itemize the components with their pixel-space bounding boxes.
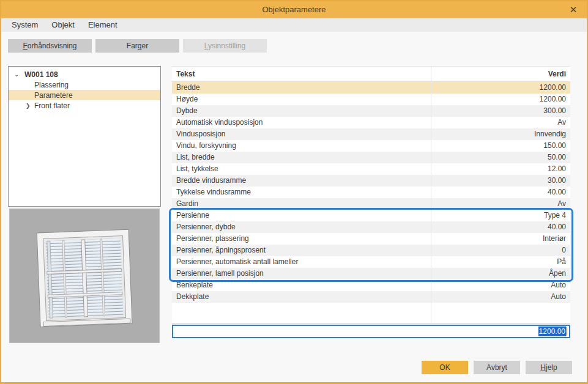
parameter-table: Tekst Verdi Bredde 1200.00 Høyde 1200.00… — [172, 66, 570, 323]
param-label: Bredde vindusramme — [172, 175, 431, 186]
param-label: Dybde — [172, 105, 431, 117]
tree-item-front-flater[interactable]: ❯ Front flater — [9, 100, 160, 111]
header-verdi: Verdi — [431, 67, 570, 82]
param-label: Persienner, plassering — [172, 233, 431, 245]
tab-farger[interactable]: Farger — [95, 39, 179, 53]
param-label: Vindusposisjon — [172, 128, 431, 140]
menu-item-element[interactable]: Element — [81, 18, 124, 32]
menu-item-objekt[interactable]: Objekt — [45, 18, 81, 32]
chevron-right-icon[interactable]: ❯ — [26, 103, 34, 109]
ok-button[interactable]: OK — [422, 361, 468, 374]
table-row-vindusposisjon[interactable]: Vindusposisjon Innvendig — [172, 128, 570, 140]
param-label: Automatisk vindusposisjon — [172, 117, 431, 128]
table-row-persienner-plassering[interactable]: Persienner, plassering Interiør — [172, 233, 570, 245]
tree-panel: ⌄ W001 108 Plassering Parametere ❯ Front… — [8, 66, 161, 207]
param-value: 1200.00 — [431, 82, 570, 94]
param-value: Åpen — [431, 268, 570, 279]
table-row-vindu-forskyvning[interactable]: Vindu, forskyvning 150.00 — [172, 140, 570, 152]
selected-text: 1200.00 — [538, 327, 566, 336]
param-label: Persienner, lamell posisjon — [172, 268, 431, 279]
table-row-dybde[interactable]: Dybde 300.00 — [172, 105, 570, 117]
table-row-benkeplate[interactable]: Benkeplate Auto — [172, 279, 570, 291]
param-value: Auto — [431, 291, 570, 303]
menu-item-system[interactable]: System — [5, 18, 45, 32]
table-empty-rows — [172, 303, 570, 323]
avbryt-button[interactable]: Avbryt — [474, 361, 520, 374]
param-value: 150.00 — [431, 140, 570, 152]
header-tekst: Tekst — [172, 67, 431, 82]
param-label: Benkeplate — [172, 279, 431, 291]
param-label: Bredde — [172, 82, 431, 94]
param-label: Persienne — [172, 210, 431, 221]
param-label: Dekkplate — [172, 291, 431, 303]
param-label: Persienner, åpningsprosent — [172, 245, 431, 256]
param-value: 40.00 — [431, 221, 570, 233]
table-header: Tekst Verdi — [172, 67, 570, 82]
table-row-automatisk-vindusposisjon[interactable]: Automatisk vindusposisjon Av — [172, 117, 570, 128]
param-value: 300.00 — [431, 105, 570, 117]
tab-forhandsvisning[interactable]: Forhåndsvisning — [8, 39, 92, 53]
param-label: Persienner, dybde — [172, 221, 431, 233]
tree-item-label: Parametere — [34, 91, 73, 100]
param-value: Innvendig — [431, 128, 570, 140]
table-row-persienner-automatisk-antall-lameller[interactable]: Persienner, automatisk antall lameller P… — [172, 256, 570, 268]
param-value: Type 4 — [431, 210, 570, 221]
objektparametere-dialog: Objektparametere ✕ SystemObjektElement F… — [0, 0, 588, 384]
menu-bar: SystemObjektElement — [1, 18, 587, 32]
window-render — [10, 209, 159, 342]
tree-item-label: Front flater — [34, 102, 70, 110]
tree-item-label: Plassering — [34, 81, 69, 89]
param-value: 40.00 — [431, 186, 570, 198]
param-value: 1200.00 — [431, 94, 570, 105]
param-value: Auto — [431, 279, 570, 291]
param-label: Høyde — [172, 94, 431, 105]
table-row-list-tykkelse[interactable]: List, tykkelse 12.00 — [172, 163, 570, 175]
table-row-list-bredde[interactable]: List, bredde 50.00 — [172, 152, 570, 163]
tree-item-plassering[interactable]: Plassering — [9, 79, 160, 90]
param-label: Vindu, forskyvning — [172, 140, 431, 152]
tab-buttons: ForhåndsvisningFargerLysinnstilling — [8, 39, 267, 53]
tree-root-label: W001 108 — [24, 70, 58, 79]
param-label: List, tykkelse — [172, 163, 431, 175]
param-label: Tykkelse vindusramme — [172, 186, 431, 198]
tree-item-parametere[interactable]: Parametere — [9, 90, 160, 100]
tree-item-w001-108[interactable]: ⌄ W001 108 — [9, 69, 160, 79]
window-preview-image — [9, 209, 160, 343]
tab-lysinnstilling[interactable]: Lysinnstilling — [183, 39, 267, 53]
chevron-down-icon[interactable]: ⌄ — [14, 71, 24, 78]
table-row-bredde[interactable]: Bredde 1200.00 — [172, 82, 570, 94]
value-edit-input[interactable]: 1200.00 — [172, 325, 570, 338]
param-value: Av — [431, 117, 570, 128]
table-row-gardin[interactable]: Gardin Av — [172, 198, 570, 210]
param-value: 0 — [431, 245, 570, 256]
param-value: Interiør — [431, 233, 570, 245]
table-row-bredde-vindusramme[interactable]: Bredde vindusramme 30.00 — [172, 175, 570, 186]
param-value: 30.00 — [431, 175, 570, 186]
param-label: List, bredde — [172, 152, 431, 163]
table-row-persienner-pningsprosent[interactable]: Persienner, åpningsprosent 0 — [172, 245, 570, 256]
param-label: Persienner, automatisk antall lameller — [172, 256, 431, 268]
table-row-persienner-lamell-posisjon[interactable]: Persienner, lamell posisjon Åpen — [172, 268, 570, 279]
param-value: 12.00 — [431, 163, 570, 175]
table-row-persienne[interactable]: Persienne Type 4 — [172, 210, 570, 221]
table-row-h-yde[interactable]: Høyde 1200.00 — [172, 94, 570, 105]
title-bar[interactable]: Objektparametere ✕ — [1, 1, 587, 18]
table-row-tykkelse-vindusramme[interactable]: Tykkelse vindusramme 40.00 — [172, 186, 570, 198]
button-row: OKAvbrytHjelp — [422, 361, 572, 374]
param-value: På — [431, 256, 570, 268]
table-row-dekkplate[interactable]: Dekkplate Auto — [172, 291, 570, 303]
hjelp-button[interactable]: Hjelp — [526, 361, 572, 374]
param-value: 50.00 — [431, 152, 570, 163]
table-row-persienner-dybde[interactable]: Persienner, dybde 40.00 — [172, 221, 570, 233]
close-icon[interactable]: ✕ — [565, 1, 582, 18]
text-caret — [566, 327, 567, 336]
dialog-title: Objektparametere — [1, 1, 587, 18]
param-value: Av — [431, 198, 570, 210]
param-label: Gardin — [172, 198, 431, 210]
